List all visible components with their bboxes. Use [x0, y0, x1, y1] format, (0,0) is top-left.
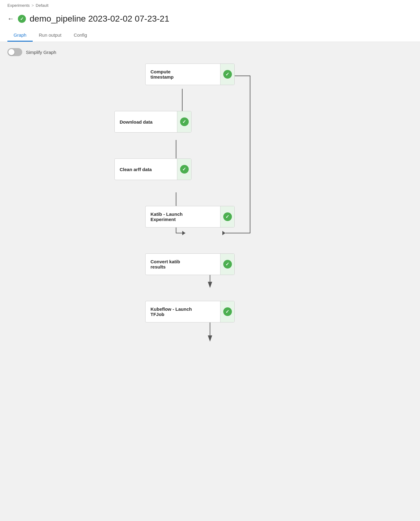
- success-check-icon: [223, 260, 232, 269]
- tab-run-output[interactable]: Run output: [33, 29, 68, 42]
- success-check-icon: [223, 212, 232, 221]
- page-title: demo_pipeline 2023-02-02 07-23-21: [30, 14, 169, 24]
- breadcrumb-separator: >: [31, 3, 34, 8]
- node-katib-status: [220, 206, 234, 227]
- node-convert-katib-status: [220, 254, 234, 275]
- node-kubeflow-status: [220, 301, 234, 322]
- tab-config[interactable]: Config: [68, 29, 93, 42]
- back-button[interactable]: ←: [7, 15, 14, 23]
- svg-marker-10: [208, 335, 212, 342]
- breadcrumb-experiments[interactable]: Experiments: [7, 3, 30, 8]
- node-download-data[interactable]: Download data: [114, 111, 191, 133]
- toggle-thumb: [8, 49, 14, 55]
- node-convert-katib-results[interactable]: Convert katibresults: [145, 253, 235, 275]
- simplify-graph-label: Simplify Graph: [26, 50, 56, 55]
- node-compute-timestamp-label: Computetimestamp: [146, 64, 220, 85]
- success-check-icon: [223, 307, 232, 316]
- node-clean-arff-data-label: Clean arff data: [115, 159, 177, 180]
- success-check-icon: [180, 165, 189, 174]
- node-clean-arff-data-status: [177, 159, 191, 180]
- top-bar: Experiments > Default ← demo_pipeline 20…: [0, 0, 420, 42]
- node-download-data-status: [177, 111, 191, 132]
- content-area: Simplify Graph: [0, 42, 420, 521]
- node-kubeflow-label: Kubeflow - LaunchTFJob: [146, 301, 220, 322]
- page-header: ← demo_pipeline 2023-02-02 07-23-21: [7, 10, 413, 28]
- node-kubeflow-launch-tfjob[interactable]: Kubeflow - LaunchTFJob: [145, 301, 235, 322]
- simplify-row: Simplify Graph: [7, 48, 413, 56]
- tabs-container: Graph Run output Config: [7, 29, 413, 42]
- success-check-icon: [223, 70, 232, 79]
- node-compute-timestamp[interactable]: Computetimestamp: [145, 64, 235, 85]
- node-katib-label: Katib - LaunchExperiment: [146, 206, 220, 227]
- node-clean-arff-data[interactable]: Clean arff data: [114, 158, 191, 180]
- tab-graph[interactable]: Graph: [7, 29, 33, 42]
- node-download-data-label: Download data: [115, 111, 177, 132]
- breadcrumb-default[interactable]: Default: [36, 3, 48, 8]
- pipeline-status-icon: [18, 15, 26, 23]
- node-convert-katib-label: Convert katibresults: [146, 254, 220, 275]
- breadcrumb: Experiments > Default: [7, 3, 413, 10]
- node-katib-launch-experiment[interactable]: Katib - LaunchExperiment: [145, 206, 235, 228]
- node-compute-timestamp-status: [220, 64, 234, 85]
- success-check-icon: [180, 117, 189, 126]
- simplify-graph-toggle[interactable]: [7, 48, 22, 56]
- toggle-track: [7, 48, 22, 56]
